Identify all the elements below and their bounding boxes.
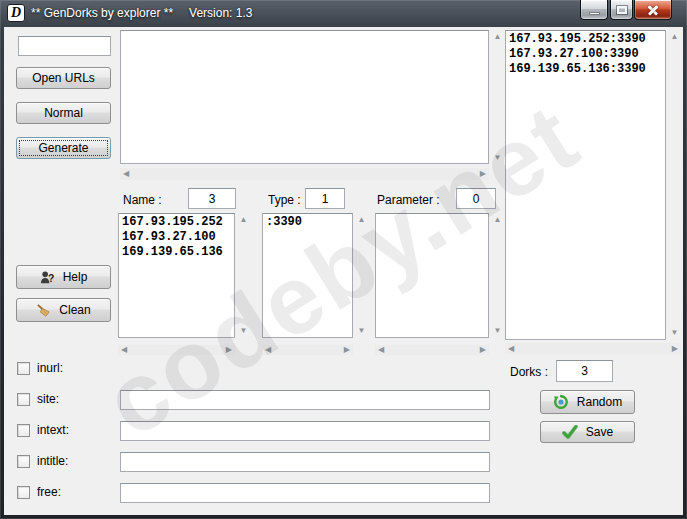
generate-button[interactable]: Generate <box>16 137 111 159</box>
intext-checkbox-row: intext: <box>17 423 69 437</box>
scroll-right-icon[interactable]: ▶ <box>480 170 486 178</box>
site-input[interactable] <box>120 390 490 410</box>
maximize-button[interactable] <box>610 0 633 20</box>
free-label: free: <box>37 485 61 499</box>
close-icon <box>647 5 659 15</box>
scroll-right-icon[interactable]: ▶ <box>672 345 678 353</box>
parameter-listbox[interactable] <box>375 213 489 338</box>
list-item: 167.93.195.252 <box>122 215 231 230</box>
list-item: 169.139.65.136:3390 <box>509 62 662 77</box>
save-button[interactable]: Save <box>540 421 635 443</box>
site-checkbox-row: site: <box>17 392 59 406</box>
scroll-up-icon[interactable]: ▲ <box>494 33 502 41</box>
site-checkbox[interactable] <box>17 393 30 406</box>
scroll-down-icon[interactable]: ▼ <box>494 154 502 162</box>
broom-icon <box>36 303 51 318</box>
client-area: Open URLs Normal Generate ? Help Clean <box>4 27 683 515</box>
dorks-count-input[interactable] <box>556 360 613 382</box>
results-listbox[interactable]: 167.93.195.252:3390167.93.27.100:3390169… <box>505 30 666 340</box>
maximize-icon <box>617 6 627 14</box>
close-button[interactable] <box>634 0 672 20</box>
free-checkbox-row: free: <box>17 485 61 499</box>
generate-label: Generate <box>38 141 88 155</box>
intitle-label: intitle: <box>37 454 68 468</box>
name-count-input[interactable] <box>188 188 236 209</box>
name-label: Name : <box>123 193 162 207</box>
output-horizontal-scrollbar[interactable]: ◀ ▶ <box>120 168 489 180</box>
list-item: 167.93.195.252:3390 <box>509 32 662 47</box>
minimize-button[interactable] <box>580 0 608 20</box>
help-button[interactable]: ? Help <box>16 265 111 289</box>
save-label: Save <box>586 425 613 439</box>
app-icon: D <box>7 4 25 22</box>
name-horizontal-scrollbar[interactable]: ◀ ▶ <box>118 345 235 355</box>
type-count-input[interactable] <box>305 188 345 209</box>
output-vertical-scrollbar[interactable]: ▲ ▼ <box>491 31 504 164</box>
name-vertical-scrollbar[interactable]: ▲ ▼ <box>237 214 250 337</box>
random-button[interactable]: Random <box>540 390 635 414</box>
intext-input[interactable] <box>120 421 490 441</box>
random-label: Random <box>577 395 622 409</box>
scroll-up-icon[interactable]: ▲ <box>358 216 366 224</box>
titlebar[interactable]: D ** GenDorks by explorer **Version: 1.3 <box>0 0 687 27</box>
parameter-horizontal-scrollbar[interactable]: ◀ ▶ <box>375 345 489 355</box>
clean-label: Clean <box>59 303 90 317</box>
scroll-down-icon[interactable]: ▼ <box>494 327 502 335</box>
help-person-icon: ? <box>40 270 55 285</box>
scroll-left-icon[interactable]: ◀ <box>121 346 127 354</box>
intext-checkbox[interactable] <box>17 424 30 437</box>
scroll-left-icon[interactable]: ◀ <box>265 346 271 354</box>
list-item: 167.93.27.100 <box>122 230 231 245</box>
inurl-checkbox-row: inurl: <box>17 361 63 375</box>
normal-label: Normal <box>44 106 83 120</box>
window-version-text: Version: 1.3 <box>189 6 252 20</box>
scroll-down-icon[interactable]: ▼ <box>240 327 248 335</box>
inurl-label: inurl: <box>37 361 63 375</box>
type-vertical-scrollbar[interactable]: ▲ ▼ <box>355 214 368 337</box>
window-title-text: ** GenDorks by explorer ** <box>31 6 173 20</box>
window-title: ** GenDorks by explorer **Version: 1.3 <box>31 6 252 20</box>
scroll-left-icon[interactable]: ◀ <box>378 346 384 354</box>
open-urls-button[interactable]: Open URLs <box>16 67 111 89</box>
refresh-icon <box>553 394 569 410</box>
scroll-left-icon[interactable]: ◀ <box>508 345 514 353</box>
parameter-count-input[interactable] <box>456 188 496 209</box>
list-item: :3390 <box>266 215 349 230</box>
minimize-icon <box>589 12 600 15</box>
scroll-up-icon[interactable]: ▲ <box>671 33 679 41</box>
free-checkbox[interactable] <box>17 486 30 499</box>
clean-button[interactable]: Clean <box>16 298 111 322</box>
results-horizontal-scrollbar[interactable]: ◀ ▶ <box>505 343 681 354</box>
inurl-checkbox[interactable] <box>17 362 30 375</box>
results-vertical-scrollbar[interactable]: ▲ ▼ <box>668 31 681 339</box>
scroll-down-icon[interactable]: ▼ <box>671 329 679 337</box>
dorks-label: Dorks : <box>510 365 548 379</box>
svg-text:?: ? <box>48 272 54 283</box>
scroll-down-icon[interactable]: ▼ <box>358 327 366 335</box>
scroll-up-icon[interactable]: ▲ <box>240 216 248 224</box>
intitle-checkbox-row: intitle: <box>17 454 68 468</box>
app-window: D ** GenDorks by explorer **Version: 1.3… <box>0 0 687 519</box>
intitle-input[interactable] <box>120 452 490 472</box>
scroll-right-icon[interactable]: ▶ <box>344 346 350 354</box>
type-label: Type : <box>268 193 301 207</box>
site-label: site: <box>37 392 59 406</box>
type-listbox[interactable]: :3390 <box>262 213 353 338</box>
output-textarea[interactable] <box>120 30 489 164</box>
scroll-up-icon[interactable]: ▲ <box>494 216 502 224</box>
normal-button[interactable]: Normal <box>16 102 111 124</box>
intext-label: intext: <box>37 423 69 437</box>
intitle-checkbox[interactable] <box>17 455 30 468</box>
parameter-vertical-scrollbar[interactable]: ▲ ▼ <box>491 214 504 337</box>
list-item: 169.139.65.136 <box>122 245 231 260</box>
list-item: 167.93.27.100:3390 <box>509 47 662 62</box>
scroll-left-icon[interactable]: ◀ <box>123 170 129 178</box>
scroll-right-icon[interactable]: ▶ <box>480 346 486 354</box>
name-listbox[interactable]: 167.93.195.252167.93.27.100169.139.65.13… <box>118 213 235 338</box>
scroll-right-icon[interactable]: ▶ <box>226 346 232 354</box>
check-icon <box>562 425 578 439</box>
parameter-label: Parameter : <box>377 193 440 207</box>
type-horizontal-scrollbar[interactable]: ◀ ▶ <box>262 345 353 355</box>
keyword-input[interactable] <box>18 36 111 56</box>
free-input[interactable] <box>120 483 490 503</box>
